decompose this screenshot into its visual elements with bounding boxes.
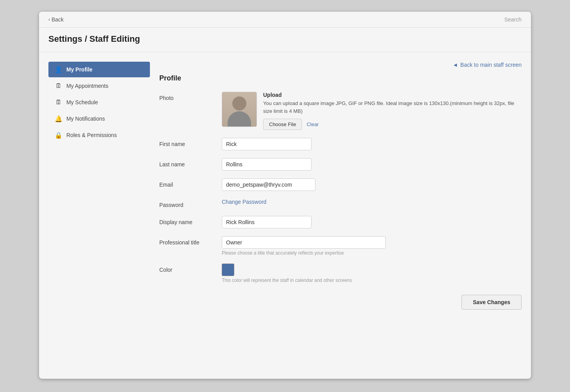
password-label: Password — [159, 199, 222, 208]
photo-label: Photo — [159, 92, 222, 101]
display-name-control — [222, 216, 522, 228]
professional-title-control: Please choose a title that accurately re… — [222, 236, 522, 256]
first-name-control — [222, 138, 522, 150]
back-button[interactable]: ‹ Back — [48, 16, 64, 23]
file-controls: Choose File Clear — [263, 119, 522, 130]
sidebar-item-my-schedule[interactable]: 🗓 My Schedule — [48, 94, 150, 110]
email-control — [222, 178, 522, 191]
professional-title-input[interactable] — [222, 236, 386, 249]
back-to-staff-link[interactable]: ◄ Back to main staff screen — [452, 62, 522, 68]
avatar — [222, 92, 256, 127]
upload-label: Upload — [263, 92, 522, 98]
color-swatch[interactable] — [222, 264, 234, 276]
first-name-row: First name — [159, 138, 522, 150]
sidebar-label-my-schedule: My Schedule — [66, 99, 98, 105]
sidebar-item-roles-permissions[interactable]: 🔒 Roles & Permissions — [48, 127, 150, 143]
sidebar-label-roles-permissions: Roles & Permissions — [66, 132, 117, 138]
back-staff-icon: ◄ — [452, 62, 458, 68]
profile-icon: 👤 — [55, 66, 62, 73]
main-content: ◄ Back to main staff screen Profile Phot… — [150, 62, 522, 310]
color-control: This color will represent the staff in c… — [222, 264, 522, 283]
chevron-left-icon: ‹ — [48, 17, 50, 22]
sidebar: 👤 My Profile 🗓 My Appointments 🗓 My Sche… — [48, 62, 150, 310]
sidebar-label-my-notifications: My Notifications — [66, 116, 105, 122]
notifications-icon: 🔔 — [55, 115, 62, 123]
app-window: ‹ Back Search Settings / Staff Editing 👤… — [39, 12, 531, 379]
upload-info: Upload You can upload a square image JPG… — [263, 92, 522, 130]
professional-title-label: Professional title — [159, 236, 222, 246]
top-bar: ‹ Back Search — [39, 12, 531, 28]
last-name-label: Last name — [159, 158, 222, 167]
professional-title-hint: Please choose a title that accurately re… — [222, 250, 522, 256]
back-staff-row: ◄ Back to main staff screen — [159, 62, 522, 68]
photo-area: Upload You can upload a square image JPG… — [222, 92, 522, 130]
lock-icon: 🔒 — [55, 131, 62, 139]
upload-desc: You can upload a square image JPG, GIF o… — [263, 100, 522, 115]
content-area: 👤 My Profile 🗓 My Appointments 🗓 My Sche… — [39, 52, 531, 319]
sidebar-label-my-appointments: My Appointments — [66, 83, 108, 89]
choose-file-button[interactable]: Choose File — [263, 119, 302, 130]
color-hint: This color will represent the staff in c… — [222, 278, 522, 283]
save-changes-button[interactable]: Save Changes — [461, 295, 522, 310]
display-name-label: Display name — [159, 216, 222, 225]
schedule-icon: 🗓 — [55, 98, 62, 106]
change-password-link[interactable]: Change Password — [222, 196, 266, 205]
save-row: Save Changes — [159, 295, 522, 310]
email-label: Email — [159, 178, 222, 188]
password-row: Password Change Password — [159, 199, 522, 208]
color-row: Color This color will represent the staf… — [159, 264, 522, 283]
color-label: Color — [159, 264, 222, 273]
first-name-label: First name — [159, 138, 222, 147]
last-name-control — [222, 158, 522, 171]
email-input[interactable] — [222, 178, 315, 191]
sidebar-item-my-profile[interactable]: 👤 My Profile — [48, 62, 150, 77]
sidebar-label-my-profile: My Profile — [66, 66, 93, 73]
clear-link[interactable]: Clear — [306, 121, 319, 127]
page-title: Settings / Staff Editing — [39, 28, 531, 52]
email-row: Email — [159, 178, 522, 191]
appointments-icon: 🗓 — [55, 82, 62, 90]
profile-section-title: Profile — [159, 74, 522, 82]
sidebar-item-my-appointments[interactable]: 🗓 My Appointments — [48, 78, 150, 94]
professional-title-row: Professional title Please choose a title… — [159, 236, 522, 256]
last-name-row: Last name — [159, 158, 522, 171]
last-name-input[interactable] — [222, 158, 312, 171]
first-name-input[interactable] — [222, 138, 312, 150]
display-name-row: Display name — [159, 216, 522, 228]
photo-preview — [222, 92, 257, 127]
display-name-input[interactable] — [222, 216, 312, 228]
back-staff-label: Back to main staff screen — [460, 62, 522, 68]
search-text[interactable]: Search — [504, 16, 522, 23]
sidebar-item-my-notifications[interactable]: 🔔 My Notifications — [48, 111, 150, 127]
password-control: Change Password — [222, 199, 522, 205]
photo-control: Upload You can upload a square image JPG… — [222, 92, 522, 130]
photo-row: Photo Upload You can upload a square ima… — [159, 92, 522, 130]
back-label: Back — [52, 16, 64, 23]
